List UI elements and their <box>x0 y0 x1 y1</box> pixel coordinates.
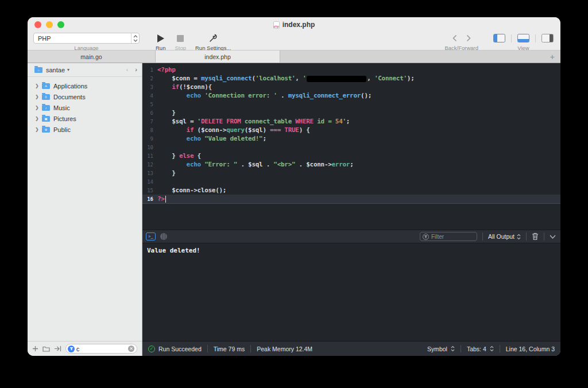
console-toolbar: >_ Filter All Output <box>142 230 560 243</box>
code-line[interactable]: 11 } else { <box>142 152 560 160</box>
sidebar-item-music[interactable]: ❯♪Music <box>28 102 142 113</box>
document-icon: php <box>273 21 280 29</box>
console-filter-input[interactable]: Filter <box>420 232 477 241</box>
code-line[interactable]: 5 <box>142 100 560 108</box>
file-sidebar: ⌂ santae ▾ ‹ › ❯AApplications❯≡Documents… <box>28 63 142 356</box>
line-number: 3 <box>142 84 157 90</box>
status-bar: ✓ Run Succeeded Time 79 ms Peak Memory 1… <box>142 341 560 356</box>
line-number: 16 <box>142 196 157 202</box>
sidebar-item-public[interactable]: ❯⊕Public <box>28 124 142 135</box>
code-line[interactable]: 16?> <box>142 195 560 203</box>
code-line[interactable]: 15 $conn->close(); <box>142 186 560 195</box>
clear-console-button[interactable] <box>532 232 539 240</box>
forward-icon[interactable] <box>466 34 471 42</box>
console-tab-icon[interactable]: >_ <box>146 232 156 240</box>
root-folder-name: santae <box>46 67 65 73</box>
title-bar[interactable]: php index.php <box>28 17 560 32</box>
disclosure-chevron-icon[interactable]: ❯ <box>35 116 42 121</box>
home-folder-icon: ⌂ <box>34 67 42 73</box>
new-tab-button[interactable]: + <box>550 52 555 61</box>
tab-width-select[interactable]: Tabs: 4 <box>467 346 494 352</box>
view-inspector-toggle[interactable] <box>541 34 554 42</box>
tabs-count-label: Tabs: 4 <box>467 346 486 352</box>
tab-bar: main.go index.php + <box>28 51 560 63</box>
web-preview-icon[interactable] <box>160 233 167 240</box>
tab-main-go[interactable]: main.go <box>28 51 156 63</box>
peak-memory: Peak Memory 12.4M <box>257 346 312 352</box>
language-select[interactable]: PHP <box>33 33 140 44</box>
sidebar-item-applications[interactable]: ❯AApplications <box>28 80 142 91</box>
output-scope-select[interactable]: All Output <box>488 233 521 240</box>
stepper-icon <box>131 33 139 43</box>
zoom-button[interactable] <box>57 21 64 28</box>
sidebar-item-label: Documents <box>53 94 86 100</box>
disclosure-chevron-icon[interactable]: ❯ <box>35 105 42 110</box>
run-settings-button[interactable]: Run Settings... <box>195 33 231 51</box>
line-number: 11 <box>142 153 157 159</box>
view-sidebar-toggle[interactable] <box>493 34 505 42</box>
sidebar-root-selector[interactable]: ⌂ santae ▾ ‹ › <box>28 63 142 77</box>
stepper-icon <box>451 346 455 352</box>
sidebar-item-label: Pictures <box>53 115 76 122</box>
file-list: ❯AApplications❯≡Documents❯♪Music❯▣Pictur… <box>28 77 142 135</box>
code-line[interactable]: 12 echo "Error: " . $sql . "<br>" . $con… <box>142 160 560 169</box>
code-line[interactable]: 6 } <box>142 108 560 117</box>
tab-index-php[interactable]: index.php <box>156 51 280 63</box>
sidebar-item-documents[interactable]: ❯≡Documents <box>28 91 142 102</box>
code-line[interactable]: 4 echo 'Connection error: ' . mysqli_con… <box>142 91 560 100</box>
traffic-lights <box>34 21 64 28</box>
run-button[interactable]: Run <box>156 33 165 51</box>
code-line[interactable]: 9 echo "Value deleted!"; <box>142 134 560 143</box>
code-editor[interactable]: 1<?php2 $conn = mysqli_connect('localhos… <box>142 63 560 230</box>
console-filter-placeholder: Filter <box>431 234 444 240</box>
sidebar-forward-icon[interactable]: › <box>135 67 137 73</box>
disclosure-chevron-icon[interactable]: ❯ <box>35 94 42 99</box>
code-line[interactable]: 3 if(!$conn){ <box>142 83 560 91</box>
new-folder-button[interactable] <box>42 346 50 352</box>
code-line[interactable]: 8 if ($conn->query($sql) === TRUE) { <box>142 126 560 134</box>
code-line[interactable]: 1<?php <box>142 65 560 74</box>
folder-icon: A <box>42 83 50 89</box>
console-output[interactable]: Value deleted! <box>142 243 560 341</box>
view-console-toggle[interactable] <box>517 34 529 42</box>
line-number: 2 <box>142 76 157 82</box>
code-line[interactable]: 7 $sql = 'DELETE FROM connect_table WHER… <box>142 117 560 126</box>
chevron-down-icon: ▾ <box>67 67 69 72</box>
stepper-icon <box>490 346 494 352</box>
back-icon[interactable] <box>452 34 457 42</box>
minimize-button[interactable] <box>46 21 53 28</box>
filter-value: c <box>76 346 128 352</box>
view-control: View <box>493 33 554 51</box>
play-icon <box>157 34 164 42</box>
code-line[interactable]: 10 <box>142 143 560 152</box>
code-line[interactable]: 2 $conn = mysqli_connect('localhost', ',… <box>142 74 560 83</box>
collapse-console-icon[interactable] <box>550 235 556 239</box>
sidebar-back-icon: ‹ <box>126 67 129 73</box>
line-number: 13 <box>142 170 157 176</box>
reveal-file-button[interactable] <box>54 346 61 352</box>
folder-icon: ♪ <box>42 105 50 111</box>
line-number: 15 <box>142 188 157 193</box>
line-number: 14 <box>142 179 157 185</box>
code-line[interactable]: 14 <box>142 177 560 186</box>
folder-icon: ≡ <box>42 94 50 100</box>
symbol-select[interactable]: Symbol <box>427 346 455 352</box>
clear-filter-button[interactable]: ✕ <box>128 346 134 352</box>
line-number: 9 <box>142 136 157 142</box>
add-file-button[interactable] <box>32 346 38 352</box>
text-caret <box>165 196 166 203</box>
close-button[interactable] <box>34 21 41 28</box>
sidebar-filter-input[interactable]: c ✕ <box>65 344 137 354</box>
line-number: 7 <box>142 119 157 125</box>
disclosure-chevron-icon[interactable]: ❯ <box>35 127 42 132</box>
run-status: Run Succeeded <box>158 346 202 352</box>
app-window: php index.php PHP Language Run Stop <box>28 17 560 356</box>
disclosure-chevron-icon[interactable]: ❯ <box>35 83 42 88</box>
window-title: index.php <box>283 21 315 29</box>
line-number: 5 <box>142 102 157 107</box>
sidebar-item-pictures[interactable]: ❯▣Pictures <box>28 113 142 124</box>
console-output-text: Value deleted! <box>147 247 200 254</box>
code-line[interactable]: 13 } <box>142 169 560 177</box>
sidebar-item-label: Applications <box>53 83 87 90</box>
stepper-icon <box>517 234 521 240</box>
